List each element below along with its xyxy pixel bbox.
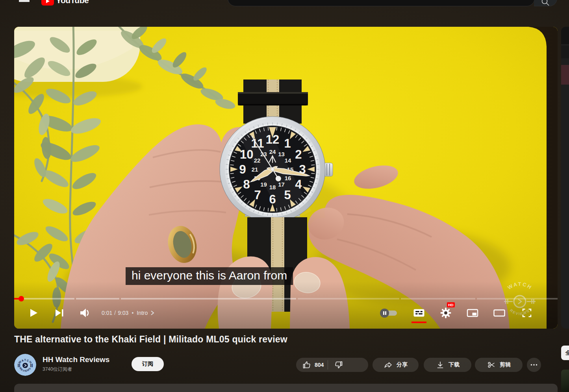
progress-segment[interactable] bbox=[477, 298, 558, 300]
search-query-text: ML05 bbox=[234, 0, 250, 6]
svg-text:II: II bbox=[30, 362, 33, 368]
progress-playhead[interactable] bbox=[19, 296, 24, 301]
duration: 9:03 bbox=[118, 310, 128, 316]
top-bar: YouTube ML05 bbox=[0, 0, 569, 6]
autoplay-toggle[interactable] bbox=[380, 309, 398, 318]
dial-numeral: 9 bbox=[239, 163, 246, 176]
subtitles-active-underline bbox=[411, 322, 426, 323]
more-dots-icon bbox=[529, 360, 539, 370]
sidebar-panel-header bbox=[561, 27, 569, 44]
time-display: 0:01/9:03•Intro bbox=[102, 308, 156, 318]
next-button[interactable] bbox=[52, 306, 66, 320]
channel-avatar[interactable]: WATCH REVIEWS II II bbox=[14, 354, 36, 376]
video-player[interactable]: 122411321431541651761871982092110221123 bbox=[14, 27, 558, 329]
subscribe-button[interactable]: 订阅 bbox=[132, 357, 164, 371]
current-time: 0:01 bbox=[102, 310, 112, 316]
download-button[interactable]: 下载 bbox=[424, 358, 471, 372]
sidebar-filter-chip[interactable]: 全 bbox=[561, 346, 569, 360]
youtube-logo-text[interactable]: YouTube bbox=[56, 0, 89, 5]
thumbs-down-icon bbox=[334, 360, 343, 370]
sidebar-panel-thumbnail bbox=[561, 65, 569, 85]
share-icon bbox=[384, 360, 393, 370]
search-input[interactable]: ML05 bbox=[228, 0, 535, 6]
autoplay-knob-pause-icon bbox=[380, 309, 389, 318]
thumbs-up-icon bbox=[302, 360, 311, 370]
progress-segment[interactable] bbox=[121, 298, 296, 300]
more-actions-button[interactable] bbox=[527, 358, 541, 372]
sidebar-video-thumbnail[interactable] bbox=[561, 370, 569, 392]
play-glyph-icon bbox=[46, 0, 50, 3]
svg-text:II: II bbox=[17, 362, 20, 368]
miniplayer-button[interactable] bbox=[465, 306, 480, 320]
chapter-chevron-icon[interactable] bbox=[149, 310, 156, 316]
progress-bar[interactable] bbox=[14, 298, 558, 300]
subtitle-caption: hi everyone this is Aaron from bbox=[126, 267, 293, 285]
youtube-logo-icon[interactable] bbox=[41, 0, 54, 6]
clip-button[interactable]: 剪辑 bbox=[475, 358, 523, 372]
settings-gear-icon[interactable] bbox=[439, 306, 453, 320]
like-dislike-pill: 804 bbox=[296, 358, 368, 372]
progress-segment[interactable] bbox=[76, 298, 120, 300]
play-button[interactable] bbox=[26, 306, 40, 320]
search-button[interactable] bbox=[534, 0, 557, 6]
dial-numeral: 2 bbox=[295, 148, 302, 161]
hd-quality-badge: HD bbox=[447, 302, 455, 307]
chapter-title[interactable]: Intro bbox=[137, 310, 148, 316]
like-button[interactable]: 804 bbox=[296, 360, 328, 370]
sidebar-panel-row bbox=[561, 46, 569, 58]
progress-segment[interactable] bbox=[298, 298, 399, 300]
scissors-icon bbox=[487, 360, 496, 370]
volume-icon[interactable] bbox=[78, 306, 92, 320]
hamburger-menu-icon[interactable] bbox=[19, 0, 30, 2]
download-icon bbox=[436, 360, 445, 370]
dislike-button[interactable] bbox=[328, 360, 349, 370]
search-icon bbox=[541, 0, 550, 7]
sidebar-panel bbox=[561, 27, 569, 329]
theater-mode-button[interactable] bbox=[492, 306, 506, 320]
subtitles-button[interactable] bbox=[412, 306, 426, 320]
dial-numeral: 7 bbox=[254, 188, 261, 202]
youtube-watch-page: YouTube ML05 bbox=[0, 0, 569, 392]
subscriber-count: 3740位订阅者 bbox=[43, 366, 72, 373]
like-count: 804 bbox=[315, 362, 324, 368]
dial-numeral: 1 bbox=[284, 137, 291, 150]
channel-name[interactable]: HH Watch Reviews bbox=[43, 355, 109, 364]
dial-numeral: 8 bbox=[243, 178, 250, 191]
video-title: THE alternative to the Khaki Field | Mil… bbox=[14, 334, 447, 345]
fullscreen-button[interactable] bbox=[520, 306, 534, 320]
description-box[interactable] bbox=[14, 384, 558, 392]
progress-segment[interactable] bbox=[401, 298, 475, 300]
share-button[interactable]: 分享 bbox=[373, 358, 419, 372]
